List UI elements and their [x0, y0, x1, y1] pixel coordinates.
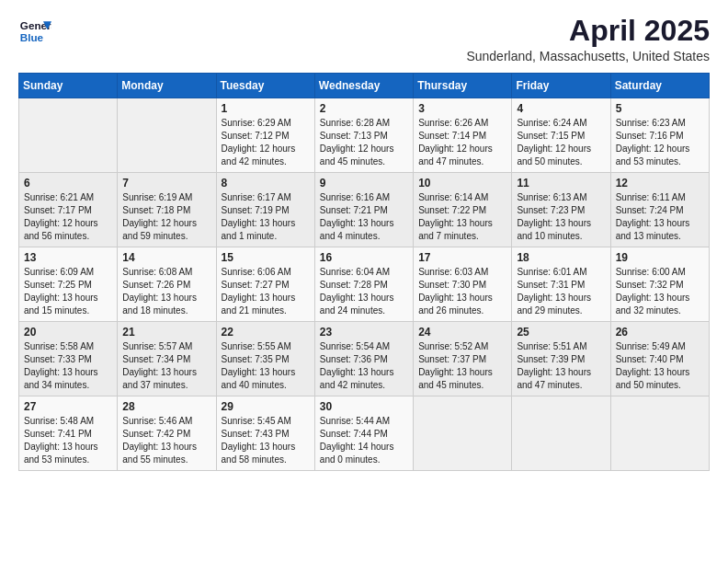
- weekday-header: Thursday: [414, 74, 512, 98]
- day-info: Sunrise: 6:11 AM Sunset: 7:24 PM Dayligh…: [616, 191, 704, 243]
- day-info: Sunrise: 5:45 AM Sunset: 7:43 PM Dayligh…: [222, 415, 310, 466]
- logo-icon: General Blue: [18, 15, 51, 48]
- day-info: Sunrise: 5:58 AM Sunset: 7:33 PM Dayligh…: [24, 340, 112, 392]
- calendar-cell: 8Sunrise: 6:17 AM Sunset: 7:19 PM Daylig…: [216, 173, 314, 247]
- day-number: 26: [616, 326, 704, 339]
- calendar-cell: [19, 98, 118, 173]
- day-number: 18: [517, 251, 605, 264]
- day-info: Sunrise: 6:08 AM Sunset: 7:26 PM Dayligh…: [122, 266, 210, 317]
- calendar-cell: 12Sunrise: 6:11 AM Sunset: 7:24 PM Dayli…: [610, 173, 709, 247]
- calendar-week: 13Sunrise: 6:09 AM Sunset: 7:25 PM Dayli…: [19, 247, 710, 322]
- day-number: 21: [122, 326, 210, 339]
- location: Sunderland, Massachusetts, United States: [466, 49, 710, 63]
- day-number: 24: [418, 326, 506, 339]
- calendar-week: 1Sunrise: 6:29 AM Sunset: 7:12 PM Daylig…: [19, 98, 710, 173]
- day-info: Sunrise: 5:52 AM Sunset: 7:37 PM Dayligh…: [418, 340, 506, 392]
- day-info: Sunrise: 6:16 AM Sunset: 7:21 PM Dayligh…: [320, 191, 408, 243]
- day-info: Sunrise: 6:00 AM Sunset: 7:32 PM Dayligh…: [616, 266, 704, 317]
- calendar-cell: 4Sunrise: 6:24 AM Sunset: 7:15 PM Daylig…: [512, 98, 610, 173]
- day-number: 9: [320, 177, 408, 190]
- day-number: 19: [616, 251, 704, 264]
- calendar-cell: 20Sunrise: 5:58 AM Sunset: 7:33 PM Dayli…: [19, 322, 118, 396]
- day-info: Sunrise: 6:19 AM Sunset: 7:18 PM Dayligh…: [122, 191, 210, 243]
- day-info: Sunrise: 5:46 AM Sunset: 7:42 PM Dayligh…: [122, 415, 210, 466]
- day-number: 27: [24, 400, 112, 413]
- calendar-week: 20Sunrise: 5:58 AM Sunset: 7:33 PM Dayli…: [19, 322, 710, 396]
- day-number: 30: [320, 400, 408, 413]
- calendar-cell: 7Sunrise: 6:19 AM Sunset: 7:18 PM Daylig…: [118, 173, 216, 247]
- day-info: Sunrise: 6:26 AM Sunset: 7:14 PM Dayligh…: [418, 117, 506, 168]
- day-info: Sunrise: 6:28 AM Sunset: 7:13 PM Dayligh…: [320, 117, 408, 168]
- weekday-header: Wednesday: [314, 74, 413, 98]
- calendar-cell: 1Sunrise: 6:29 AM Sunset: 7:12 PM Daylig…: [216, 98, 314, 173]
- weekday-header: Sunday: [19, 74, 118, 98]
- calendar-cell: 17Sunrise: 6:03 AM Sunset: 7:30 PM Dayli…: [414, 247, 512, 322]
- calendar-cell: [414, 396, 512, 471]
- day-info: Sunrise: 6:06 AM Sunset: 7:27 PM Dayligh…: [222, 266, 310, 317]
- calendar-cell: 27Sunrise: 5:48 AM Sunset: 7:41 PM Dayli…: [19, 396, 118, 471]
- day-info: Sunrise: 6:23 AM Sunset: 7:16 PM Dayligh…: [616, 117, 704, 168]
- day-number: 14: [122, 251, 210, 264]
- logo: General Blue: [18, 15, 51, 48]
- calendar-header: SundayMondayTuesdayWednesdayThursdayFrid…: [19, 74, 710, 98]
- day-number: 13: [24, 251, 112, 264]
- day-number: 29: [222, 400, 310, 413]
- day-info: Sunrise: 6:24 AM Sunset: 7:15 PM Dayligh…: [517, 117, 605, 168]
- calendar-cell: 14Sunrise: 6:08 AM Sunset: 7:26 PM Dayli…: [118, 247, 216, 322]
- day-info: Sunrise: 6:03 AM Sunset: 7:30 PM Dayligh…: [418, 266, 506, 317]
- weekday-header: Tuesday: [216, 74, 314, 98]
- calendar-cell: 6Sunrise: 6:21 AM Sunset: 7:17 PM Daylig…: [19, 173, 118, 247]
- day-number: 4: [517, 102, 605, 115]
- calendar-cell: 23Sunrise: 5:54 AM Sunset: 7:36 PM Dayli…: [314, 322, 413, 396]
- calendar-cell: 21Sunrise: 5:57 AM Sunset: 7:34 PM Dayli…: [118, 322, 216, 396]
- calendar-cell: 28Sunrise: 5:46 AM Sunset: 7:42 PM Dayli…: [118, 396, 216, 471]
- calendar-cell: 5Sunrise: 6:23 AM Sunset: 7:16 PM Daylig…: [610, 98, 709, 173]
- day-info: Sunrise: 6:13 AM Sunset: 7:23 PM Dayligh…: [517, 191, 605, 243]
- calendar-cell: 3Sunrise: 6:26 AM Sunset: 7:14 PM Daylig…: [414, 98, 512, 173]
- day-number: 17: [418, 251, 506, 264]
- calendar-cell: 29Sunrise: 5:45 AM Sunset: 7:43 PM Dayli…: [216, 396, 314, 471]
- calendar-cell: 18Sunrise: 6:01 AM Sunset: 7:31 PM Dayli…: [512, 247, 610, 322]
- day-number: 3: [418, 102, 506, 115]
- day-info: Sunrise: 6:04 AM Sunset: 7:28 PM Dayligh…: [320, 266, 408, 317]
- calendar-cell: [512, 396, 610, 471]
- weekday-header: Monday: [118, 74, 216, 98]
- calendar-cell: 9Sunrise: 6:16 AM Sunset: 7:21 PM Daylig…: [314, 173, 413, 247]
- calendar-cell: 19Sunrise: 6:00 AM Sunset: 7:32 PM Dayli…: [610, 247, 709, 322]
- day-info: Sunrise: 5:54 AM Sunset: 7:36 PM Dayligh…: [320, 340, 408, 392]
- calendar-cell: 24Sunrise: 5:52 AM Sunset: 7:37 PM Dayli…: [414, 322, 512, 396]
- day-info: Sunrise: 6:21 AM Sunset: 7:17 PM Dayligh…: [24, 191, 112, 243]
- calendar-cell: 2Sunrise: 6:28 AM Sunset: 7:13 PM Daylig…: [314, 98, 413, 173]
- calendar-cell: 11Sunrise: 6:13 AM Sunset: 7:23 PM Dayli…: [512, 173, 610, 247]
- page: General Blue April 2025 Sunderland, Mass…: [0, 0, 728, 563]
- day-number: 7: [122, 177, 210, 190]
- calendar-cell: [118, 98, 216, 173]
- day-number: 6: [24, 177, 112, 190]
- day-info: Sunrise: 6:14 AM Sunset: 7:22 PM Dayligh…: [418, 191, 506, 243]
- day-info: Sunrise: 6:09 AM Sunset: 7:25 PM Dayligh…: [24, 266, 112, 317]
- day-info: Sunrise: 5:55 AM Sunset: 7:35 PM Dayligh…: [222, 340, 310, 392]
- day-info: Sunrise: 5:48 AM Sunset: 7:41 PM Dayligh…: [24, 415, 112, 466]
- calendar-body: 1Sunrise: 6:29 AM Sunset: 7:12 PM Daylig…: [19, 98, 710, 471]
- day-number: 5: [616, 102, 704, 115]
- calendar: SundayMondayTuesdayWednesdayThursdayFrid…: [18, 73, 710, 471]
- day-number: 12: [616, 177, 704, 190]
- day-number: 15: [222, 251, 310, 264]
- weekday-header: Saturday: [610, 74, 709, 98]
- calendar-cell: 15Sunrise: 6:06 AM Sunset: 7:27 PM Dayli…: [216, 247, 314, 322]
- day-number: 10: [418, 177, 506, 190]
- month-title: April 2025: [466, 15, 710, 47]
- day-info: Sunrise: 6:17 AM Sunset: 7:19 PM Dayligh…: [222, 191, 310, 243]
- calendar-cell: [610, 396, 709, 471]
- calendar-cell: 16Sunrise: 6:04 AM Sunset: 7:28 PM Dayli…: [314, 247, 413, 322]
- calendar-cell: 26Sunrise: 5:49 AM Sunset: 7:40 PM Dayli…: [610, 322, 709, 396]
- day-info: Sunrise: 5:49 AM Sunset: 7:40 PM Dayligh…: [616, 340, 704, 392]
- title-block: April 2025 Sunderland, Massachusetts, Un…: [466, 15, 710, 63]
- day-number: 16: [320, 251, 408, 264]
- day-number: 2: [320, 102, 408, 115]
- day-info: Sunrise: 5:57 AM Sunset: 7:34 PM Dayligh…: [122, 340, 210, 392]
- day-number: 11: [517, 177, 605, 190]
- svg-text:Blue: Blue: [20, 31, 44, 43]
- day-number: 22: [222, 326, 310, 339]
- day-info: Sunrise: 6:29 AM Sunset: 7:12 PM Dayligh…: [222, 117, 310, 168]
